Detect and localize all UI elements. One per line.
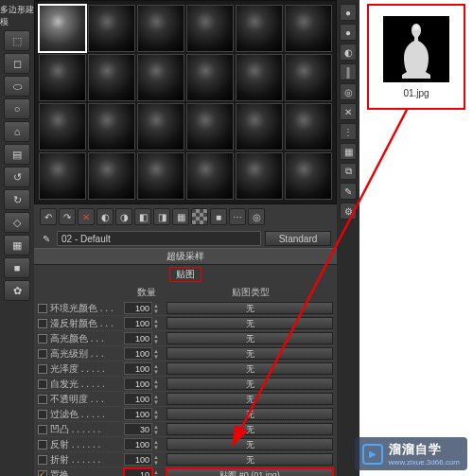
spinner-down-icon[interactable]: ▼ bbox=[153, 324, 161, 329]
material-slot[interactable] bbox=[137, 103, 184, 150]
map-slot-button[interactable]: 无 bbox=[166, 408, 333, 420]
map-slot-button[interactable]: 无 bbox=[166, 393, 333, 405]
material-slot[interactable] bbox=[88, 103, 135, 150]
map-slot-button[interactable]: 无 bbox=[166, 423, 333, 435]
spinner-down-icon[interactable]: ▼ bbox=[153, 460, 161, 466]
rtool-8[interactable]: ⧉ bbox=[340, 163, 357, 180]
tool-btn-3[interactable]: ○ bbox=[4, 98, 30, 119]
map-enable-checkbox[interactable] bbox=[38, 319, 47, 328]
material-slot[interactable] bbox=[88, 5, 135, 52]
mtl-tool-9[interactable]: ■ bbox=[210, 208, 227, 225]
map-amount-spinner[interactable] bbox=[124, 453, 152, 466]
material-slot[interactable] bbox=[39, 152, 86, 200]
rtool-0[interactable]: ● bbox=[340, 4, 357, 21]
map-enable-checkbox[interactable] bbox=[38, 304, 47, 313]
tool-btn-5[interactable]: ▤ bbox=[4, 144, 30, 165]
tool-btn-9[interactable]: ▦ bbox=[4, 235, 30, 256]
mtl-tool-5[interactable]: ◧ bbox=[134, 208, 151, 225]
material-slot[interactable] bbox=[236, 54, 283, 101]
material-slot[interactable] bbox=[236, 103, 283, 150]
rollout-supersampling[interactable]: 超级采样 bbox=[34, 248, 337, 265]
spinner-down-icon[interactable]: ▼ bbox=[153, 445, 161, 450]
spinner-down-icon[interactable]: ▼ bbox=[153, 399, 161, 405]
material-slot[interactable] bbox=[186, 5, 234, 52]
map-amount-spinner[interactable] bbox=[124, 393, 152, 405]
map-enable-checkbox[interactable] bbox=[38, 334, 47, 344]
file-thumbnail[interactable]: 01.jpg bbox=[367, 4, 465, 110]
rtool-3[interactable]: ║ bbox=[340, 63, 357, 80]
mtl-tool-11[interactable]: ◎ bbox=[248, 208, 265, 225]
tool-btn-0[interactable]: ⬚ bbox=[4, 30, 30, 51]
map-amount-spinner[interactable] bbox=[124, 347, 152, 360]
material-slot[interactable] bbox=[39, 103, 86, 150]
rtool-4[interactable]: ◎ bbox=[340, 83, 357, 100]
map-amount-spinner[interactable] bbox=[124, 438, 152, 450]
rtool-5[interactable]: ✕ bbox=[340, 103, 357, 120]
spinner-down-icon[interactable]: ▼ bbox=[153, 430, 161, 435]
map-enable-checkbox[interactable] bbox=[38, 455, 47, 465]
map-amount-spinner[interactable] bbox=[124, 408, 152, 420]
map-slot-button[interactable]: 贴图 #0 (01.jpg) bbox=[166, 468, 333, 476]
eyedropper-icon[interactable]: ✎ bbox=[40, 232, 53, 245]
spinner-down-icon[interactable]: ▼ bbox=[153, 309, 161, 314]
spinner-down-icon[interactable]: ▼ bbox=[153, 384, 161, 390]
material-slot[interactable] bbox=[88, 152, 135, 200]
map-amount-spinner[interactable] bbox=[124, 332, 152, 344]
material-slot[interactable] bbox=[285, 5, 332, 52]
tool-btn-4[interactable]: ⌂ bbox=[4, 121, 30, 142]
material-slot[interactable] bbox=[285, 54, 332, 101]
material-name-input[interactable] bbox=[57, 231, 261, 246]
material-slot[interactable] bbox=[285, 103, 332, 150]
map-amount-spinner[interactable] bbox=[124, 362, 152, 375]
map-slot-button[interactable]: 无 bbox=[166, 347, 333, 360]
map-slot-button[interactable]: 无 bbox=[166, 378, 333, 390]
map-amount-spinner[interactable] bbox=[124, 423, 152, 435]
spinner-down-icon[interactable]: ▼ bbox=[153, 354, 161, 360]
map-enable-checkbox[interactable] bbox=[38, 364, 47, 374]
map-slot-button[interactable]: 无 bbox=[166, 453, 333, 466]
tool-btn-2[interactable]: ⬭ bbox=[4, 76, 30, 97]
tool-btn-1[interactable]: ◻ bbox=[4, 53, 30, 74]
tool-btn-7[interactable]: ↻ bbox=[4, 189, 30, 210]
mtl-tool-10[interactable]: ⋯ bbox=[229, 208, 246, 225]
material-slot[interactable] bbox=[137, 54, 184, 101]
map-amount-spinner[interactable] bbox=[124, 378, 152, 390]
map-slot-button[interactable]: 无 bbox=[166, 438, 333, 450]
spinner-down-icon[interactable]: ▼ bbox=[153, 339, 161, 344]
rtool-10[interactable]: ⚙ bbox=[340, 203, 357, 220]
material-slot[interactable] bbox=[186, 152, 234, 200]
material-slot[interactable] bbox=[137, 5, 184, 52]
mtl-tool-0[interactable]: ↶ bbox=[40, 208, 57, 225]
map-enable-checkbox[interactable] bbox=[38, 440, 47, 450]
material-slot[interactable] bbox=[186, 54, 234, 101]
material-slot[interactable] bbox=[285, 152, 332, 200]
spinner-down-icon[interactable]: ▼ bbox=[153, 369, 161, 375]
tool-btn-6[interactable]: ↺ bbox=[4, 167, 30, 187]
mtl-tool-7[interactable]: ▦ bbox=[172, 208, 189, 225]
spinner-down-icon[interactable]: ▼ bbox=[153, 414, 161, 420]
map-slot-button[interactable]: 无 bbox=[166, 362, 333, 375]
map-enable-checkbox[interactable] bbox=[38, 410, 47, 419]
map-amount-spinner[interactable] bbox=[124, 317, 152, 329]
map-slot-button[interactable]: 无 bbox=[166, 332, 333, 344]
material-slot[interactable] bbox=[88, 54, 135, 101]
shader-type-button[interactable]: Standard bbox=[265, 231, 331, 246]
rtool-6[interactable]: ⋮ bbox=[340, 123, 357, 140]
mtl-tool-1[interactable]: ↷ bbox=[59, 208, 76, 225]
rtool-7[interactable]: ▦ bbox=[340, 143, 357, 160]
rtool-9[interactable]: ✎ bbox=[340, 183, 357, 200]
map-enable-checkbox[interactable] bbox=[38, 395, 47, 404]
mtl-tool-6[interactable]: ◨ bbox=[153, 208, 170, 225]
tool-btn-10[interactable]: ■ bbox=[4, 257, 30, 278]
material-slot[interactable] bbox=[137, 152, 184, 200]
rtool-2[interactable]: ◐ bbox=[340, 44, 357, 61]
material-slot[interactable] bbox=[186, 103, 234, 150]
mtl-tool-checker[interactable] bbox=[191, 208, 208, 225]
mtl-tool-3[interactable]: ◐ bbox=[96, 208, 114, 225]
map-enable-checkbox[interactable] bbox=[38, 379, 47, 389]
material-slot[interactable] bbox=[236, 5, 283, 52]
material-slot[interactable] bbox=[39, 5, 86, 52]
material-slot[interactable] bbox=[39, 54, 86, 101]
tool-btn-8[interactable]: ◇ bbox=[4, 212, 30, 233]
mtl-tool-delete[interactable]: ✕ bbox=[78, 208, 95, 225]
